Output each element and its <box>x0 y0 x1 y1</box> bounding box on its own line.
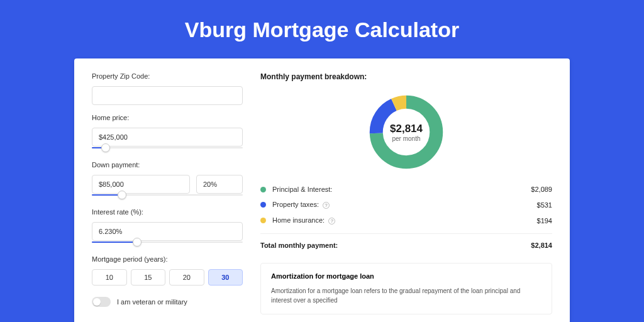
slider-track <box>92 147 243 148</box>
zip-input[interactable] <box>92 86 243 105</box>
veteran-toggle-row: I am veteran or military <box>92 297 243 307</box>
interest-rate-input[interactable] <box>92 222 243 241</box>
home-price-slider[interactable] <box>92 146 243 152</box>
slider-fill <box>92 242 137 243</box>
slider-thumb[interactable] <box>101 143 110 152</box>
mortgage-period-field: Mortgage period (years): 10152030 <box>92 255 243 286</box>
veteran-toggle[interactable] <box>92 297 111 307</box>
breakdown-title: Monthly payment breakdown: <box>260 72 552 81</box>
legend-value: $194 <box>537 217 552 225</box>
period-button-10[interactable]: 10 <box>92 269 127 286</box>
mortgage-period-label: Mortgage period (years): <box>92 255 243 263</box>
legend-dot-icon <box>260 202 266 208</box>
page-title: Vburg Mortgage Calculator <box>0 0 644 58</box>
interest-rate-slider[interactable] <box>92 240 243 247</box>
period-buttons: 10152030 <box>92 269 243 286</box>
amortization-title: Amortization for mortgage loan <box>271 272 541 280</box>
period-button-30[interactable]: 30 <box>208 269 243 286</box>
slider-thumb[interactable] <box>133 238 142 247</box>
home-price-input[interactable] <box>92 128 243 147</box>
donut-sub: per month <box>392 135 420 142</box>
info-icon[interactable]: ? <box>323 202 330 209</box>
period-button-15[interactable]: 15 <box>131 269 166 286</box>
legend: Principal & Interest:$2,089Property taxe… <box>260 186 552 225</box>
calculator-card: Property Zip Code: Home price: Down paym… <box>74 58 570 322</box>
legend-label: Home insurance:? <box>272 216 537 225</box>
period-button-20[interactable]: 20 <box>169 269 204 286</box>
legend-dot-icon <box>260 218 266 223</box>
zip-label: Property Zip Code: <box>92 72 243 80</box>
legend-value: $531 <box>537 201 552 209</box>
zip-field: Property Zip Code: <box>92 72 243 105</box>
down-payment-field: Down payment: <box>92 161 243 199</box>
down-payment-input[interactable] <box>92 175 190 194</box>
total-label: Total monthly payment: <box>260 242 531 249</box>
legend-row: Property taxes:?$531 <box>260 201 552 209</box>
legend-row: Principal & Interest:$2,089 <box>260 186 552 193</box>
total-row: Total monthly payment: $2,814 <box>260 242 552 249</box>
breakdown-panel: Monthly payment breakdown: $2,814 per mo… <box>260 72 552 322</box>
down-payment-percent-input[interactable] <box>196 175 243 194</box>
amortization-box: Amortization for mortgage loan Amortizat… <box>260 263 552 314</box>
donut-amount: $2,814 <box>390 123 423 135</box>
interest-rate-label: Interest rate (%): <box>92 208 243 216</box>
down-payment-slider[interactable] <box>92 193 243 199</box>
donut-center: $2,814 per month <box>367 92 446 172</box>
info-icon[interactable]: ? <box>328 218 335 225</box>
slider-thumb[interactable] <box>118 191 126 199</box>
down-payment-label: Down payment: <box>92 161 243 169</box>
home-price-field: Home price: <box>92 114 243 152</box>
legend-row: Home insurance:?$194 <box>260 216 552 225</box>
donut-chart: $2,814 per month <box>367 92 446 172</box>
interest-rate-field: Interest rate (%): <box>92 208 243 247</box>
veteran-label: I am veteran or military <box>117 298 187 306</box>
legend-label: Property taxes:? <box>272 201 537 209</box>
inputs-panel: Property Zip Code: Home price: Down paym… <box>92 72 243 322</box>
donut-chart-wrap: $2,814 per month <box>260 92 552 172</box>
legend-dot-icon <box>260 187 266 192</box>
legend-label: Principal & Interest: <box>272 186 531 193</box>
amortization-text: Amortization for a mortgage loan refers … <box>271 286 541 305</box>
divider <box>260 233 552 234</box>
total-value: $2,814 <box>531 242 552 249</box>
legend-value: $2,089 <box>531 186 552 193</box>
home-price-label: Home price: <box>92 114 243 121</box>
